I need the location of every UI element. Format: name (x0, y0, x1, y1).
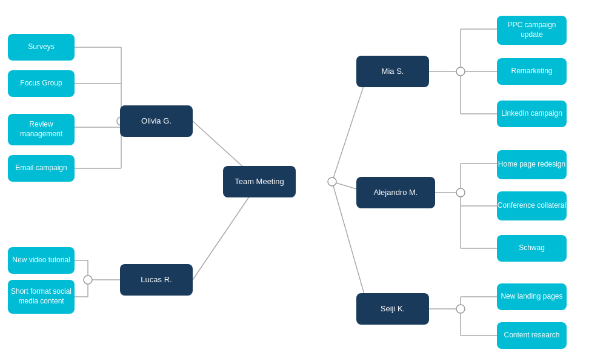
remarketing-node[interactable]: Remarketing (497, 58, 567, 85)
mia-node[interactable]: Mia S. (356, 56, 429, 87)
reviewmgmt-node[interactable]: Review management (8, 114, 75, 145)
linkedin-node[interactable]: LinkedIn campaign (497, 101, 567, 127)
svg-point-6 (328, 177, 336, 186)
homepage-node[interactable]: Home page redesign (497, 150, 567, 179)
svg-point-30 (456, 188, 465, 197)
schwag-node[interactable]: Schwag (497, 235, 567, 262)
mindmap-diagram: Team Meeting Olivia G. Lucas R. Mia S. A… (0, 0, 606, 364)
svg-point-35 (456, 305, 465, 313)
svg-line-3 (332, 71, 368, 182)
center-node[interactable]: Team Meeting (223, 166, 296, 197)
emailcampaign-node[interactable]: Email campaign (8, 155, 75, 182)
focusgroup-node[interactable]: Focus Group (8, 70, 75, 97)
svg-point-18 (84, 276, 92, 284)
svg-point-24 (456, 67, 465, 76)
lucas-node[interactable]: Lucas R. (120, 264, 193, 296)
alejandro-node[interactable]: Alejandro M. (356, 177, 435, 208)
conference-node[interactable]: Conference collateral (497, 191, 567, 220)
newvideo-node[interactable]: New video tutorial (8, 247, 75, 274)
ppc-node[interactable]: PPC campaign update (497, 16, 567, 45)
shortformat-node[interactable]: Short format social media content (8, 280, 75, 314)
olivia-node[interactable]: Olivia G. (120, 105, 193, 137)
surveys-node[interactable]: Surveys (8, 34, 75, 61)
newlanding-node[interactable]: New landing pages (497, 283, 567, 310)
seiji-node[interactable]: Seiji K. (356, 293, 429, 325)
contentresearch-node[interactable]: Content research (497, 322, 567, 349)
